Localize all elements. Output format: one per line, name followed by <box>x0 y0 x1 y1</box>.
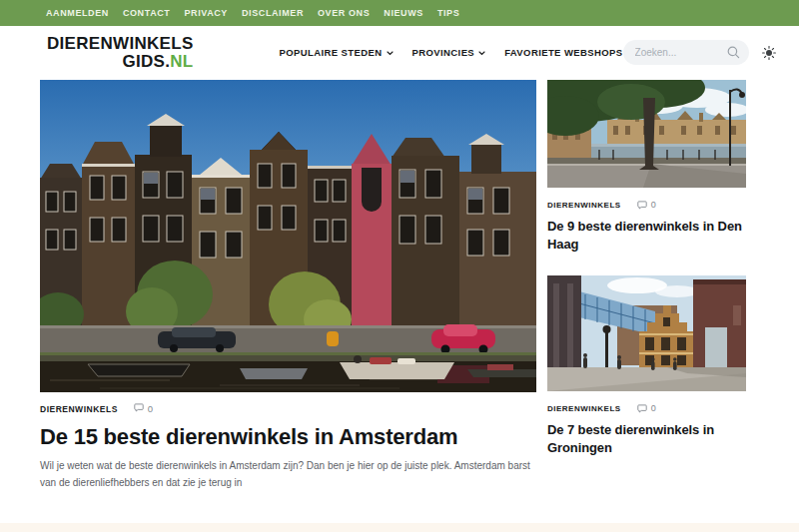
topbar-link-nieuws[interactable]: NIEUWS <box>384 8 423 18</box>
comment-count[interactable]: 0 <box>637 403 656 413</box>
category-link[interactable]: DIERENWINKELS <box>40 404 118 414</box>
topbar-link-tips[interactable]: TIPS <box>437 8 459 18</box>
sidebar: DIERENWINKELS 0 De 9 beste dierenwinkels… <box>547 80 746 491</box>
comment-count[interactable]: 0 <box>637 200 656 210</box>
category-link[interactable]: DIERENWINKELS <box>547 404 621 413</box>
search-box[interactable] <box>623 40 749 65</box>
sidebar-article-image[interactable] <box>547 80 746 188</box>
featured-article-image[interactable] <box>40 80 536 392</box>
sidebar-article-meta: DIERENWINKELS 0 <box>547 200 746 210</box>
chevron-down-icon <box>387 47 394 58</box>
featured-article-meta: DIERENWINKELS 0 <box>40 403 536 414</box>
topbar-link-aanmelden[interactable]: AANMELDEN <box>46 8 109 18</box>
topbar: AANMELDEN CONTACT PRIVACY DISCLAIMER OVE… <box>0 0 799 26</box>
speech-bubble-icon <box>637 404 647 413</box>
site-logo[interactable]: DIERENWINKELS GIDS.NL <box>47 35 194 71</box>
topbar-link-over-ons[interactable]: OVER ONS <box>318 8 370 18</box>
sidebar-article-groningen: DIERENWINKELS 0 De 7 beste dierenwinkels… <box>547 275 746 456</box>
category-link[interactable]: DIERENWINKELS <box>547 201 621 210</box>
speech-bubble-icon <box>134 403 144 414</box>
content-area: DIERENWINKELS 0 De 15 beste dierenwinkel… <box>40 80 746 491</box>
sun-icon[interactable] <box>762 46 776 60</box>
search-icon[interactable] <box>727 46 740 59</box>
logo-line1: DIERENWINKELS <box>47 35 194 53</box>
site-header: DIERENWINKELS GIDS.NL POPULAIRE STEDEN P… <box>0 26 799 79</box>
speech-bubble-icon <box>637 201 647 210</box>
nav-populaire-steden[interactable]: POPULAIRE STEDEN <box>280 47 394 58</box>
chevron-down-icon <box>478 47 485 58</box>
footer-strip <box>0 523 799 532</box>
nav-provincies[interactable]: PROVINCIES <box>412 47 486 58</box>
topbar-link-contact[interactable]: CONTACT <box>123 8 171 18</box>
logo-nl-accent: NL <box>170 52 193 71</box>
sidebar-article-image[interactable] <box>547 275 746 391</box>
nav-favoriete-webshops[interactable]: FAVORIETE WEBSHOPS <box>504 47 622 58</box>
featured-article-excerpt: Wil je weten wat de beste dierenwinkels … <box>40 458 531 490</box>
search-input[interactable] <box>635 47 727 58</box>
sidebar-article-den-haag: DIERENWINKELS 0 De 9 beste dierenwinkels… <box>547 80 746 253</box>
topbar-link-privacy[interactable]: PRIVACY <box>184 8 228 18</box>
topbar-link-disclaimer[interactable]: DISCLAIMER <box>242 8 304 18</box>
comment-count[interactable]: 0 <box>134 403 153 414</box>
featured-article-title[interactable]: De 15 beste dierenwinkels in Amsterdam <box>40 424 536 450</box>
featured-article: DIERENWINKELS 0 De 15 beste dierenwinkel… <box>40 80 536 491</box>
sidebar-article-title[interactable]: De 9 beste dierenwinkels in Den Haag <box>547 218 746 253</box>
sidebar-article-title[interactable]: De 7 beste dierenwinkels in Groningen <box>547 421 746 456</box>
main-nav: POPULAIRE STEDEN PROVINCIES FAVORIETE WE… <box>280 47 623 58</box>
logo-line2: GIDS.NL <box>47 53 194 71</box>
sidebar-article-meta: DIERENWINKELS 0 <box>547 403 746 413</box>
